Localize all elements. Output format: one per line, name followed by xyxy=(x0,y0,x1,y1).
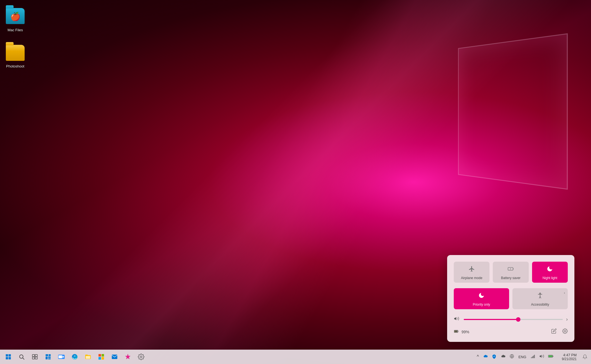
airplane-icon xyxy=(468,266,475,274)
task-view-button[interactable] xyxy=(29,351,41,363)
svg-rect-34 xyxy=(531,357,532,358)
clock-date: 9/21/2021 xyxy=(562,357,577,361)
volume-row: › xyxy=(454,316,568,323)
battery-percent: 99% xyxy=(462,330,469,334)
battery-row: 99% xyxy=(454,328,568,335)
svg-rect-16 xyxy=(32,357,35,359)
battery-saver-label: Battery saver xyxy=(501,276,521,280)
settings-app-button[interactable] xyxy=(135,351,147,363)
notification-center-button[interactable] xyxy=(581,353,589,361)
mail-button[interactable] xyxy=(108,351,121,363)
desktop: 🍎 Mac Files Photoshoot Airp xyxy=(0,0,591,364)
volume-icon xyxy=(454,316,460,323)
edit-icon[interactable] xyxy=(551,328,557,335)
accessibility-button[interactable]: › Accessibility xyxy=(512,288,568,309)
battery-actions xyxy=(551,328,568,335)
settings-icon[interactable] xyxy=(562,328,568,335)
tray-icon-onedrive[interactable] xyxy=(482,353,489,360)
accessibility-label: Accessibility xyxy=(531,303,549,306)
volume-slider-fill xyxy=(464,319,518,320)
file-explorer-button[interactable] xyxy=(82,351,94,363)
svg-point-2 xyxy=(540,293,541,294)
apple-logo-icon: 🍎 xyxy=(10,12,20,21)
show-hidden-icons-button[interactable]: ^ xyxy=(476,354,480,360)
network-icon[interactable] xyxy=(530,353,536,360)
language-indicator[interactable]: ENG xyxy=(517,354,527,360)
svg-rect-10 xyxy=(6,357,8,359)
airplane-mode-button[interactable]: Airplane mode xyxy=(454,262,489,283)
tray-icon-cloud[interactable] xyxy=(500,353,506,360)
svg-rect-15 xyxy=(35,355,37,357)
volume-slider-thumb[interactable] xyxy=(516,317,520,322)
svg-rect-31 xyxy=(112,355,117,359)
svg-rect-25 xyxy=(59,355,62,358)
svg-rect-36 xyxy=(533,356,534,358)
svg-rect-26 xyxy=(86,356,90,359)
start-button[interactable] xyxy=(2,351,14,363)
svg-marker-3 xyxy=(454,317,457,320)
quick-actions-row1: Airplane mode Battery saver xyxy=(454,262,568,283)
desktop-icons: 🍎 Mac Files Photoshoot xyxy=(3,6,28,70)
mac-files-label: Mac Files xyxy=(7,28,23,32)
svg-point-32 xyxy=(140,356,142,358)
paintbrush-app-button[interactable] xyxy=(122,351,134,363)
svg-rect-40 xyxy=(549,355,553,357)
battery-saver-icon xyxy=(507,266,514,274)
search-button[interactable] xyxy=(15,351,28,363)
widgets-button[interactable] xyxy=(42,351,54,363)
priority-only-label: Priority only xyxy=(473,303,490,306)
photoshoot-folder-icon xyxy=(6,43,25,63)
night-light-label: Night light xyxy=(543,276,557,280)
expand-arrow-icon: › xyxy=(564,291,565,295)
tray-icon-security[interactable] xyxy=(491,353,497,360)
svg-rect-21 xyxy=(48,357,51,358)
svg-rect-41 xyxy=(553,356,553,357)
svg-rect-29 xyxy=(98,357,101,360)
svg-rect-20 xyxy=(46,357,48,359)
taskbar-left xyxy=(2,351,147,363)
svg-line-13 xyxy=(23,358,24,359)
photoshoot-label: Photoshoot xyxy=(6,64,24,68)
svg-rect-9 xyxy=(9,354,11,357)
tray-icon-network[interactable] xyxy=(509,353,515,360)
accessibility-icon xyxy=(537,292,543,300)
svg-rect-35 xyxy=(532,357,533,358)
priority-only-button[interactable]: Priority only xyxy=(454,288,509,309)
battery-info: 99% xyxy=(454,329,469,335)
svg-rect-8 xyxy=(6,354,8,357)
svg-rect-14 xyxy=(32,355,35,357)
priority-only-icon xyxy=(478,292,485,300)
quick-actions-row2: Priority only › Accessibility xyxy=(454,288,568,309)
svg-marker-38 xyxy=(540,355,542,358)
edge-button[interactable] xyxy=(69,351,81,363)
svg-rect-22 xyxy=(48,358,51,360)
volume-tray-icon[interactable] xyxy=(538,353,545,360)
night-light-button[interactable]: Night light xyxy=(532,262,568,283)
svg-rect-17 xyxy=(35,357,37,359)
clock[interactable]: 4:47 PM 9/21/2021 xyxy=(557,353,579,361)
battery-tray-icon[interactable] xyxy=(547,353,554,360)
store-button[interactable] xyxy=(95,351,107,363)
svg-rect-19 xyxy=(49,354,51,356)
svg-rect-11 xyxy=(9,357,11,359)
mac-files-folder-icon: 🍎 xyxy=(6,7,25,26)
airplane-mode-label: Airplane mode xyxy=(461,276,482,280)
svg-rect-30 xyxy=(102,357,104,360)
zoom-button[interactable] xyxy=(55,351,68,363)
svg-rect-27 xyxy=(98,354,101,357)
svg-rect-6 xyxy=(458,331,458,332)
svg-rect-1 xyxy=(513,268,514,269)
volume-expand-icon[interactable]: › xyxy=(566,316,568,322)
svg-rect-37 xyxy=(534,355,535,358)
photoshoot-icon[interactable]: Photoshoot xyxy=(3,42,28,70)
svg-rect-28 xyxy=(102,354,104,357)
svg-point-7 xyxy=(564,331,566,332)
taskbar: ^ xyxy=(0,350,591,364)
action-center-panel: Airplane mode Battery saver xyxy=(447,255,574,342)
night-light-icon xyxy=(546,266,553,274)
battery-saver-button[interactable]: Battery saver xyxy=(493,262,528,283)
mac-files-icon[interactable]: 🍎 Mac Files xyxy=(3,6,28,33)
taskbar-right: ^ xyxy=(476,353,589,361)
svg-rect-18 xyxy=(46,354,48,356)
volume-slider-track[interactable] xyxy=(464,319,563,320)
